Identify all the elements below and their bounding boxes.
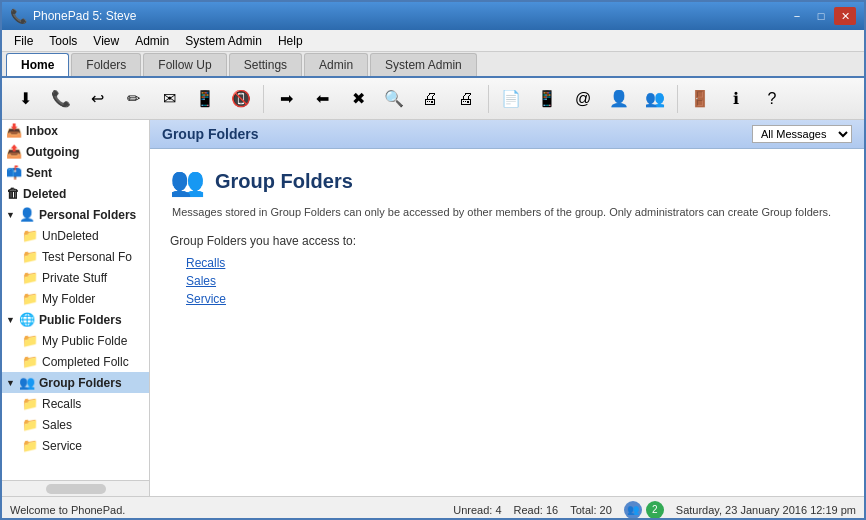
sidebar-item-public-folders[interactable]: ▼🌐Public Folders — [2, 309, 149, 330]
doc-icon[interactable]: 📄 — [494, 83, 528, 115]
contacts2-icon[interactable]: 👥 — [638, 83, 672, 115]
sidebar-item-outgoing[interactable]: 📤Outgoing — [2, 141, 149, 162]
separator3 — [677, 85, 678, 113]
info-icon[interactable]: ℹ — [719, 83, 753, 115]
private-stuff-icon: 📁 — [22, 270, 38, 285]
sidebar-item-sales[interactable]: 📁Sales — [2, 414, 149, 435]
status-welcome: Welcome to PhonePad. — [10, 504, 453, 516]
sidebar-item-deleted[interactable]: 🗑Deleted — [2, 183, 149, 204]
tab-system-admin[interactable]: System Admin — [370, 53, 477, 76]
maximize-button[interactable]: □ — [810, 7, 832, 25]
delete-icon[interactable]: ✖ — [341, 83, 375, 115]
inbox-label: Inbox — [26, 124, 58, 138]
menu-item-admin[interactable]: Admin — [127, 32, 177, 50]
help-icon[interactable]: ? — [755, 83, 789, 115]
reply-icon[interactable]: ↩ — [80, 83, 114, 115]
group-folder-header: 👥 Group Folders — [170, 165, 844, 198]
tab-settings[interactable]: Settings — [229, 53, 302, 76]
group-folders-folder-icon: 👥 — [19, 375, 35, 390]
tab-follow-up[interactable]: Follow Up — [143, 53, 226, 76]
sidebar-item-my-public[interactable]: 📁My Public Folde — [2, 330, 149, 351]
content-header: Group Folders All MessagesUnreadReadFlag… — [150, 120, 864, 149]
completed-icon: 📁 — [22, 354, 38, 369]
sidebar: 📥Inbox📤Outgoing📫Sent🗑Deleted▼👤Personal F… — [2, 120, 149, 480]
status-total: Total: 20 — [570, 504, 612, 516]
folder-link-recalls[interactable]: Recalls — [186, 256, 844, 270]
sidebar-wrapper: 📥Inbox📤Outgoing📫Sent🗑Deleted▼👤Personal F… — [2, 120, 150, 496]
folder-link-sales[interactable]: Sales — [186, 274, 844, 288]
forward-icon[interactable]: ➡ — [269, 83, 303, 115]
compose-icon[interactable]: ✏ — [116, 83, 150, 115]
expand-icon: ▼ — [6, 210, 15, 220]
status-unread: Unread: 4 — [453, 504, 501, 516]
sales-icon: 📁 — [22, 417, 38, 432]
recalls-icon: 📁 — [22, 396, 38, 411]
folder-links: RecallsSalesService — [170, 256, 844, 306]
menu-item-file[interactable]: File — [6, 32, 41, 50]
undeleted-label: UnDeleted — [42, 229, 99, 243]
contacts-icon[interactable]: 👤 — [602, 83, 636, 115]
filter-dropdown: All MessagesUnreadReadFlagged — [752, 125, 852, 143]
menu-bar: FileToolsViewAdminSystem AdminHelp — [2, 30, 864, 52]
arrow-icon[interactable]: ⬅ — [305, 83, 339, 115]
tab-admin[interactable]: Admin — [304, 53, 368, 76]
search-icon[interactable]: 🔍 — [377, 83, 411, 115]
tab-bar: HomeFoldersFollow UpSettingsAdminSystem … — [2, 52, 864, 78]
content-body: 👥 Group Folders Messages stored in Group… — [150, 149, 864, 496]
minimize-button[interactable]: − — [786, 7, 808, 25]
sidebar-item-group-folders[interactable]: ▼👥Group Folders — [2, 372, 149, 393]
status-icon-2: 2 — [646, 501, 664, 519]
sidebar-scrollbar-area[interactable] — [2, 480, 149, 496]
sidebar-item-inbox[interactable]: 📥Inbox — [2, 120, 149, 141]
phone-x-icon[interactable]: 📵 — [224, 83, 258, 115]
title-bar-left: 📞 PhonePad 5: Steve — [10, 8, 136, 24]
my-folder-icon: 📁 — [22, 291, 38, 306]
status-read: Read: 16 — [514, 504, 559, 516]
sidebar-item-my-folder[interactable]: 📁My Folder — [2, 288, 149, 309]
menu-item-tools[interactable]: Tools — [41, 32, 85, 50]
phone2-icon[interactable]: 📱 — [188, 83, 222, 115]
recalls-label: Recalls — [42, 397, 81, 411]
signout-icon[interactable]: 🚪 — [683, 83, 717, 115]
status-datetime: Saturday, 23 January 2016 12:19 pm — [676, 504, 856, 516]
phone3-icon[interactable]: 📱 — [530, 83, 564, 115]
sidebar-item-completed[interactable]: 📁Completed Follc — [2, 351, 149, 372]
sidebar-scrollbar[interactable] — [46, 484, 106, 494]
my-folder-label: My Folder — [42, 292, 95, 306]
close-button[interactable]: ✕ — [834, 7, 856, 25]
sidebar-item-personal-folders[interactable]: ▼👤Personal Folders — [2, 204, 149, 225]
menu-item-help[interactable]: Help — [270, 32, 311, 50]
menu-item-system-admin[interactable]: System Admin — [177, 32, 270, 50]
app-icon: 📞 — [10, 8, 27, 24]
phone-icon[interactable]: 📞 — [44, 83, 78, 115]
print-icon[interactable]: 🖨 — [413, 83, 447, 115]
at-icon[interactable]: @ — [566, 83, 600, 115]
title-text: PhonePad 5: Steve — [33, 9, 136, 23]
sidebar-item-sent[interactable]: 📫Sent — [2, 162, 149, 183]
sidebar-item-test-personal[interactable]: 📁Test Personal Fo — [2, 246, 149, 267]
print2-icon[interactable]: 🖨 — [449, 83, 483, 115]
main-area: 📥Inbox📤Outgoing📫Sent🗑Deleted▼👤Personal F… — [2, 120, 864, 496]
tab-folders[interactable]: Folders — [71, 53, 141, 76]
my-public-label: My Public Folde — [42, 334, 127, 348]
sidebar-item-recalls[interactable]: 📁Recalls — [2, 393, 149, 414]
sales-label: Sales — [42, 418, 72, 432]
menu-item-view[interactable]: View — [85, 32, 127, 50]
title-bar: 📞 PhonePad 5: Steve − □ ✕ — [2, 2, 864, 30]
sidebar-item-service[interactable]: 📁Service — [2, 435, 149, 456]
test-personal-label: Test Personal Fo — [42, 250, 132, 264]
sidebar-item-private-stuff[interactable]: 📁Private Stuff — [2, 267, 149, 288]
expand-icon: ▼ — [6, 378, 15, 388]
folder-link-service[interactable]: Service — [186, 292, 844, 306]
my-public-icon: 📁 — [22, 333, 38, 348]
service-label: Service — [42, 439, 82, 453]
content-area: Group Folders All MessagesUnreadReadFlag… — [150, 120, 864, 496]
sidebar-item-undeleted[interactable]: 📁UnDeleted — [2, 225, 149, 246]
group-description: Messages stored in Group Folders can onl… — [172, 206, 844, 218]
group-folder-icon: 👥 — [170, 165, 205, 198]
download-icon[interactable]: ⬇ — [8, 83, 42, 115]
filter-select[interactable]: All MessagesUnreadReadFlagged — [752, 125, 852, 143]
tab-home[interactable]: Home — [6, 53, 69, 76]
inbox-icon: 📥 — [6, 123, 22, 138]
email-blocked-icon[interactable]: ✉ — [152, 83, 186, 115]
